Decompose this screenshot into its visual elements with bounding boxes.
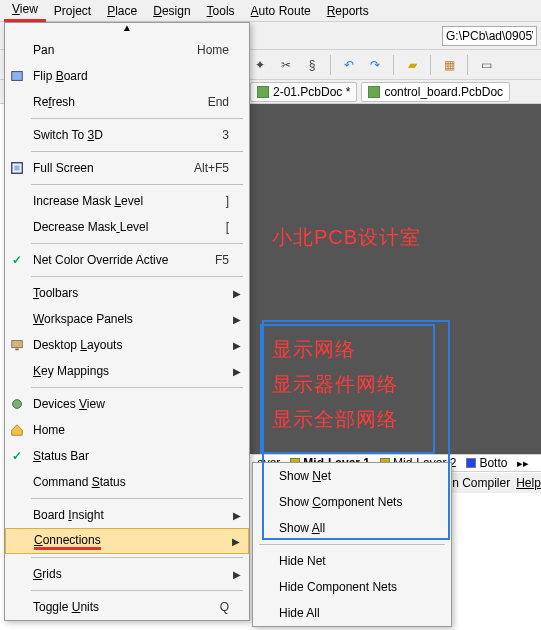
menu-item-key-mappings[interactable]: Key Mappings▶	[5, 358, 249, 384]
annotation-cn3: 显示全部网络	[272, 406, 398, 433]
submenu-arrow-icon: ▶	[229, 569, 241, 580]
menu-item-label: Net Color Override Active	[29, 253, 179, 267]
pcb-icon	[368, 86, 380, 98]
menu-reports[interactable]: Reports	[319, 1, 377, 21]
separator	[467, 55, 468, 75]
menu-item-label: Board Insight	[29, 508, 179, 522]
menu-item-label: Toggle Units	[29, 600, 179, 614]
doc-tab-label: control_board.PcbDoc	[384, 85, 503, 99]
bottom-panel-tabs: n Compiler Help	[451, 473, 541, 493]
svg-rect-4	[15, 349, 19, 351]
menu-item-decrease-mask-level[interactable]: Decrease Mask Level[	[5, 214, 249, 240]
shortcut-label: Home	[179, 43, 229, 57]
menu-item-status-bar[interactable]: ✓Status Bar	[5, 443, 249, 469]
shortcut-label: Q	[179, 600, 229, 614]
menu-item-command-status[interactable]: Command Status	[5, 469, 249, 495]
menu-item-toolbars[interactable]: Toolbars▶	[5, 280, 249, 306]
separator	[31, 151, 243, 152]
submenu-item-label: Show Component Nets	[275, 495, 443, 509]
menu-item-label: Full Screen	[29, 161, 179, 175]
separator	[259, 544, 445, 545]
separator	[31, 498, 243, 499]
menu-item-flip-board[interactable]: Flip Board	[5, 63, 249, 89]
menu-item-home[interactable]: Home	[5, 417, 249, 443]
menu-item-label: Flip Board	[29, 69, 179, 83]
menu-project[interactable]: Project	[46, 1, 99, 21]
tool-undo-icon[interactable]: ↶	[339, 55, 359, 75]
menu-item-grids[interactable]: Grids▶	[5, 561, 249, 587]
menu-item-pan[interactable]: PanHome	[5, 37, 249, 63]
menu-item-label: Workspace Panels	[29, 312, 179, 326]
menu-item-net-color-override-active[interactable]: ✓Net Color Override ActiveF5	[5, 247, 249, 273]
doc-tab[interactable]: control_board.PcbDoc	[361, 82, 510, 102]
menu-item-label: Desktop Layouts	[29, 338, 179, 352]
menu-item-label: Pan	[29, 43, 179, 57]
menu-design[interactable]: Design	[145, 1, 198, 21]
menu-item-full-screen[interactable]: Full ScreenAlt+F5	[5, 155, 249, 181]
submenu-item-label: Show Net	[275, 469, 443, 483]
shortcut-label: End	[179, 95, 229, 109]
menu-item-workspace-panels[interactable]: Workspace Panels▶	[5, 306, 249, 332]
svg-rect-0	[12, 72, 23, 81]
menu-item-board-insight[interactable]: Board Insight▶	[5, 502, 249, 528]
submenu-arrow-icon: ▶	[229, 340, 241, 351]
annotation-box: 显示网络 显示器件网络 显示全部网络	[260, 324, 435, 454]
fullscreen-icon	[5, 161, 29, 175]
annotation-cn2: 显示器件网络	[272, 371, 398, 398]
tool-script-icon[interactable]: §	[302, 55, 322, 75]
shortcut-label: ]	[179, 194, 229, 208]
submenu-item-hide-component-nets[interactable]: Hide Component Nets	[253, 574, 451, 600]
svg-rect-3	[12, 341, 23, 348]
submenu-item-hide-net[interactable]: Hide Net	[253, 548, 451, 574]
submenu-item-show-all[interactable]: Show All	[253, 515, 451, 541]
menu-item-label: Grids	[29, 567, 179, 581]
menu-item-devices-view[interactable]: Devices View	[5, 391, 249, 417]
tool-highlight-icon[interactable]: ▰	[402, 55, 422, 75]
annotation-title: 小北PCB设计室	[272, 224, 421, 251]
panel-compiler[interactable]: n Compiler	[452, 476, 510, 490]
home-icon	[5, 423, 29, 437]
menu-item-connections[interactable]: Connections▶	[5, 528, 249, 554]
pcb-icon	[257, 86, 269, 98]
separator	[31, 118, 243, 119]
submenu-arrow-icon: ▶	[229, 510, 241, 521]
separator	[31, 276, 243, 277]
separator	[31, 243, 243, 244]
menu-item-desktop-layouts[interactable]: Desktop Layouts▶	[5, 332, 249, 358]
menu-item-toggle-units[interactable]: Toggle UnitsQ	[5, 594, 249, 620]
annotation-cn1: 显示网络	[272, 336, 356, 363]
shortcut-label: [	[179, 220, 229, 234]
layer-tab[interactable]: Botto	[461, 456, 512, 470]
menu-item-refresh[interactable]: RefreshEnd	[5, 89, 249, 115]
menu-autoroute[interactable]: Auto Route	[243, 1, 319, 21]
layer-swatch	[466, 458, 476, 468]
separator	[393, 55, 394, 75]
menu-place[interactable]: Place	[99, 1, 145, 21]
submenu-item-show-net[interactable]: Show Net	[253, 463, 451, 489]
tool-board-icon[interactable]: ▦	[439, 55, 459, 75]
scroll-up-arrow[interactable]: ▲	[5, 23, 249, 37]
menu-view[interactable]: View	[4, 0, 46, 22]
menu-item-switch-to-3d[interactable]: Switch To 3D3	[5, 122, 249, 148]
tool-scissors-icon[interactable]: ✂	[276, 55, 296, 75]
tool-redo-icon[interactable]: ↷	[365, 55, 385, 75]
tool-selection-icon[interactable]: ▭	[476, 55, 496, 75]
tool-cross-icon[interactable]: ✦	[250, 55, 270, 75]
menu-tools[interactable]: Tools	[199, 1, 243, 21]
pcb-canvas[interactable]: 小北PCB设计室 显示网络 显示器件网络 显示全部网络	[250, 104, 541, 454]
menu-item-label: Command Status	[29, 475, 179, 489]
submenu-item-hide-all[interactable]: Hide All	[253, 600, 451, 626]
menu-item-label: Increase Mask Level	[29, 194, 179, 208]
svg-rect-2	[14, 165, 19, 170]
submenu-arrow-icon: ▶	[228, 536, 240, 547]
menu-item-label: Key Mappings	[29, 364, 179, 378]
view-dropdown: ▲ PanHomeFlip BoardRefreshEndSwitch To 3…	[4, 22, 250, 621]
submenu-arrow-icon: ▶	[229, 288, 241, 299]
panel-help[interactable]: Help	[516, 476, 541, 490]
path-input[interactable]	[442, 26, 537, 46]
layer-nav[interactable]: ▸▸	[512, 457, 534, 470]
doc-tab[interactable]: 2-01.PcbDoc *	[250, 82, 357, 102]
submenu-arrow-icon: ▶	[229, 366, 241, 377]
menu-item-increase-mask-level[interactable]: Increase Mask Level]	[5, 188, 249, 214]
submenu-item-show-component-nets[interactable]: Show Component Nets	[253, 489, 451, 515]
